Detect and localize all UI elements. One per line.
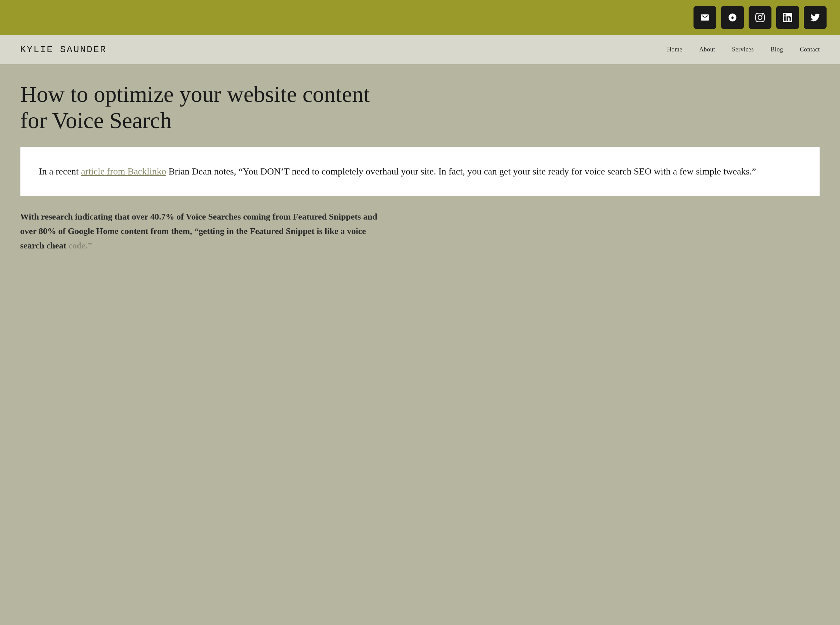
- top-bar: [0, 0, 840, 35]
- nav-item-about[interactable]: About: [699, 46, 715, 53]
- twitter-button[interactable]: [804, 6, 826, 29]
- quote-suffix: Brian Dean notes, “You DON’T need to com…: [166, 166, 756, 177]
- nav-item-home[interactable]: Home: [667, 46, 682, 53]
- nav-item-services[interactable]: Services: [732, 46, 754, 53]
- instagram-icon: [755, 13, 765, 22]
- nav-link-about[interactable]: About: [699, 46, 715, 53]
- backlinko-link[interactable]: article from Backlinko: [81, 166, 166, 177]
- nav-link-home[interactable]: Home: [667, 46, 682, 53]
- twitter-icon: [811, 13, 820, 22]
- site-logo[interactable]: KYLIE SAUNDER: [20, 44, 107, 55]
- nav-links: Home About Services Blog Contact: [667, 46, 820, 53]
- navigation: KYLIE SAUNDER Home About Services Blog C…: [0, 35, 840, 64]
- nav-link-contact[interactable]: Contact: [800, 46, 820, 53]
- instagram-button[interactable]: [749, 6, 772, 29]
- article-title: How to optimize your website content for…: [20, 81, 390, 134]
- email-icon: [700, 13, 710, 22]
- google-plus-icon: [728, 13, 737, 22]
- linkedin-button[interactable]: [776, 6, 799, 29]
- body-text-faded: code.”: [68, 241, 92, 250]
- nav-item-contact[interactable]: Contact: [800, 46, 820, 53]
- quote-block: In a recent article from Backlinko Brian…: [20, 147, 820, 196]
- nav-link-services[interactable]: Services: [732, 46, 754, 53]
- nav-link-blog[interactable]: Blog: [770, 46, 783, 53]
- quote-prefix: In a recent: [39, 166, 81, 177]
- main-content: How to optimize your website content for…: [0, 64, 840, 273]
- nav-item-blog[interactable]: Blog: [770, 46, 783, 53]
- email-button[interactable]: [693, 6, 716, 29]
- google-plus-button[interactable]: [721, 6, 744, 29]
- quote-text: In a recent article from Backlinko Brian…: [39, 164, 801, 179]
- body-paragraph: With research indicating that over 40.7%…: [20, 210, 390, 253]
- linkedin-icon: [783, 13, 792, 22]
